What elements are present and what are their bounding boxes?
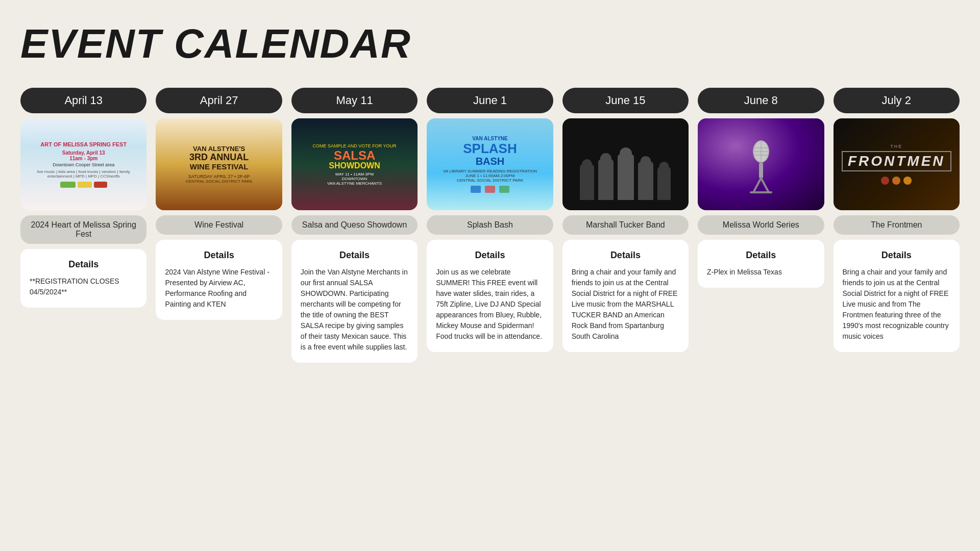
- event-name-salsa: Salsa and Queso Showdown: [291, 215, 418, 235]
- details-box-marshall-tucker: Details Bring a chair and your family an…: [562, 240, 689, 352]
- event-name-spring-fest: 2024 Heart of Melissa Spring Fest: [20, 215, 146, 244]
- details-title-melissa-world-series: Details: [707, 250, 815, 261]
- event-image-wine-festival: Van Alstyne's 3rd Annual Wine Festival S…: [156, 118, 282, 210]
- event-image-splash-bash: VAN ALSTYNE SPLASH BASH VA LIBRARY SUMME…: [427, 118, 553, 210]
- details-text-spring-fest: **REGISTRATION CLOSES 04/5/2024**: [30, 276, 137, 297]
- event-image-marshall-tucker: [562, 118, 689, 210]
- details-title-salsa: Details: [301, 250, 408, 261]
- date-badge-july2: July 2: [834, 88, 960, 113]
- event-name-wine-festival: Wine Festival: [156, 215, 282, 235]
- event-card-salsa: May 11 Come Sample and Vote for your SAL…: [291, 88, 418, 363]
- event-image-melissa-world-series: [698, 118, 824, 210]
- event-card-marshall-tucker: June 15: [562, 88, 689, 352]
- date-badge-may11: May 11: [291, 88, 418, 113]
- event-image-salsa: Come Sample and Vote for your SALSA SHOW…: [291, 118, 418, 210]
- event-image-frontmen: THE FRONTMEN: [834, 118, 960, 210]
- event-card-splash-bash: June 1 VAN ALSTYNE SPLASH BASH VA LIBRAR…: [427, 88, 553, 352]
- details-box-splash-bash: Details Join us as we celebrate SUMMER! …: [427, 240, 553, 352]
- details-text-splash-bash: Join us as we celebrate SUMMER! This FRE…: [436, 267, 544, 342]
- details-box-spring-fest: Details **REGISTRATION CLOSES 04/5/2024*…: [20, 249, 146, 308]
- event-name-marshall-tucker: Marshall Tucker Band: [562, 215, 689, 235]
- date-badge-june15: June 15: [562, 88, 689, 113]
- details-title-splash-bash: Details: [436, 250, 544, 261]
- event-image-spring-fest: Art of Melissa Spring Fest Saturday, Apr…: [20, 118, 146, 210]
- details-box-wine-festival: Details 2024 Van Alstyne Wine Festival -…: [156, 240, 282, 320]
- details-title-spring-fest: Details: [30, 259, 137, 270]
- details-text-frontmen: Bring a chair and your family and friend…: [843, 267, 950, 342]
- date-badge-april13: April 13: [20, 88, 146, 113]
- event-name-splash-bash: Splash Bash: [427, 215, 553, 235]
- event-card-spring-fest: April 13 Art of Melissa Spring Fest Satu…: [20, 88, 146, 308]
- details-title-wine-festival: Details: [165, 250, 273, 261]
- event-card-melissa-world-series: June 8: [698, 88, 824, 288]
- event-name-melissa-world-series: Melissa World Series: [698, 215, 824, 235]
- details-box-salsa: Details Join the Van Alstyne Merchants i…: [291, 240, 418, 363]
- date-badge-april27: April 27: [156, 88, 282, 113]
- details-text-melissa-world-series: Z-Plex in Melissa Texas: [707, 267, 815, 278]
- page-title: EVENT CALENDAR: [20, 20, 960, 67]
- details-title-frontmen: Details: [843, 250, 950, 261]
- date-badge-june8: June 8: [698, 88, 824, 113]
- svg-line-7: [753, 178, 761, 192]
- details-box-frontmen: Details Bring a chair and your family an…: [834, 240, 960, 352]
- svg-rect-6: [759, 163, 763, 178]
- event-card-frontmen: July 2 THE FRONTMEN The Frontmen Details…: [834, 88, 960, 352]
- details-text-wine-festival: 2024 Van Alstyne Wine Festival - Present…: [165, 267, 273, 310]
- details-text-marshall-tucker: Bring a chair and your family and friend…: [572, 267, 679, 342]
- date-badge-june1: June 1: [427, 88, 553, 113]
- event-name-frontmen: The Frontmen: [834, 215, 960, 235]
- svg-line-8: [761, 178, 769, 192]
- events-grid: April 13 Art of Melissa Spring Fest Satu…: [20, 88, 960, 363]
- event-card-wine-festival: April 27 Van Alstyne's 3rd Annual Wine F…: [156, 88, 282, 320]
- details-title-marshall-tucker: Details: [572, 250, 679, 261]
- details-box-melissa-world-series: Details Z-Plex in Melissa Texas: [698, 240, 824, 288]
- details-text-salsa: Join the Van Alstyne Merchants in our fi…: [301, 267, 408, 353]
